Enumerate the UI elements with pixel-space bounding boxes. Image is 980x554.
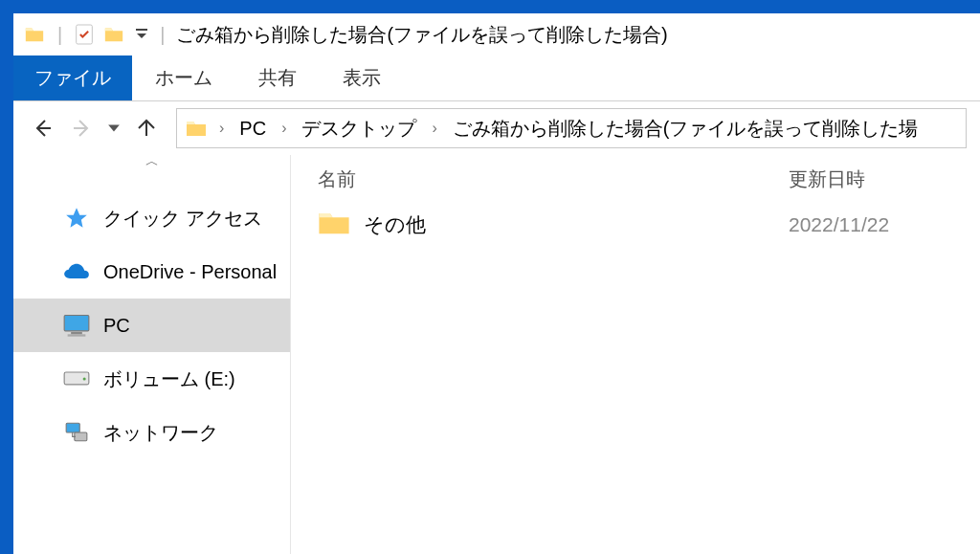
title-bar: | | ごみ箱から削除した場合(ファイルを誤って削除した場合)	[13, 13, 980, 55]
tree-label-network: ネットワーク	[103, 420, 218, 446]
recent-locations-button[interactable]	[103, 112, 124, 144]
tree-item-network[interactable]: ネットワーク	[13, 406, 290, 459]
quick-access-icon	[63, 206, 90, 231]
ribbon-tab-share[interactable]: 共有	[235, 55, 320, 100]
tree-label-onedrive: OneDrive - Personal	[103, 261, 277, 283]
breadcrumb-current[interactable]: ごみ箱から削除した場合(ファイルを誤って削除した場	[449, 116, 923, 142]
svg-rect-1	[136, 29, 147, 31]
drive-icon	[63, 366, 90, 391]
list-pane: 名前 更新日時 その他 2022/11/22	[291, 155, 980, 554]
svg-rect-7	[66, 423, 79, 432]
breadcrumb-sep-0[interactable]: ›	[212, 120, 232, 137]
address-bar[interactable]: › PC › デスクトップ › ごみ箱から削除した場合(ファイルを誤って削除した…	[176, 108, 967, 148]
qat-properties-icon[interactable]	[74, 23, 95, 46]
breadcrumb-desktop[interactable]: デスクトップ	[298, 116, 420, 142]
column-name-label: 名前	[318, 168, 356, 189]
network-icon	[63, 420, 90, 445]
navigation-row: › PC › デスクトップ › ごみ箱から削除した場合(ファイルを誤って削除した…	[13, 101, 980, 155]
tree-item-volume-e[interactable]: ボリューム (E:)	[13, 352, 290, 406]
qat-newfolder-icon[interactable]	[102, 23, 125, 46]
item-name: その他	[364, 211, 426, 238]
qat-dropdown-icon[interactable]	[135, 28, 148, 41]
ribbon-tab-home[interactable]: ホーム	[132, 55, 235, 100]
tree-label-volume-e: ボリューム (E:)	[103, 366, 235, 392]
svg-rect-4	[68, 334, 86, 336]
address-folder-icon	[185, 117, 208, 140]
column-header-name[interactable]: 名前	[291, 166, 789, 192]
list-item[interactable]: その他 2022/11/22	[291, 203, 980, 247]
pc-icon	[63, 313, 90, 338]
column-headers: 名前 更新日時	[291, 155, 980, 203]
tree-item-quick-access[interactable]: クイック アクセス	[13, 191, 290, 245]
svg-rect-2	[64, 316, 89, 331]
title-separator-1: |	[57, 24, 62, 46]
app-folder-icon	[23, 23, 46, 46]
tree-label-quick-access: クイック アクセス	[103, 206, 262, 232]
up-button[interactable]	[130, 112, 163, 144]
svg-point-6	[83, 377, 86, 380]
ribbon-tabs: ファイル ホーム 共有 表示	[13, 55, 980, 101]
tree-item-onedrive[interactable]: OneDrive - Personal	[13, 245, 290, 299]
column-header-modified[interactable]: 更新日時	[789, 166, 980, 192]
explorer-window: | | ごみ箱から削除した場合(ファイルを誤って削除した場合) ファイル ホーム…	[13, 13, 980, 554]
back-button[interactable]	[27, 112, 59, 144]
item-date: 2022/11/22	[789, 213, 980, 236]
svg-rect-8	[75, 432, 87, 441]
tree-label-pc: PC	[103, 315, 130, 337]
item-name-cell: その他	[291, 209, 789, 242]
tree-item-pc[interactable]: PC	[13, 299, 290, 352]
ribbon-tab-file[interactable]: ファイル	[13, 55, 132, 100]
content-panes: ︿ クイック アクセス OneDrive - Personal PC	[13, 155, 980, 554]
breadcrumb-sep-2[interactable]: ›	[424, 120, 444, 137]
forward-button[interactable]	[65, 112, 98, 144]
title-separator-2: |	[160, 24, 165, 46]
breadcrumb-sep-1[interactable]: ›	[274, 120, 294, 137]
svg-rect-3	[71, 332, 82, 334]
navigation-pane: ︿ クイック アクセス OneDrive - Personal PC	[13, 155, 291, 554]
onedrive-icon	[63, 259, 90, 284]
breadcrumb-pc[interactable]: PC	[235, 118, 270, 140]
folder-icon	[318, 209, 350, 242]
collapse-handle-icon[interactable]: ︿	[145, 153, 159, 170]
window-title: ごみ箱から削除した場合(ファイルを誤って削除した場合)	[176, 22, 667, 48]
ribbon-tab-view[interactable]: 表示	[320, 55, 404, 100]
column-modified-label: 更新日時	[789, 168, 865, 189]
